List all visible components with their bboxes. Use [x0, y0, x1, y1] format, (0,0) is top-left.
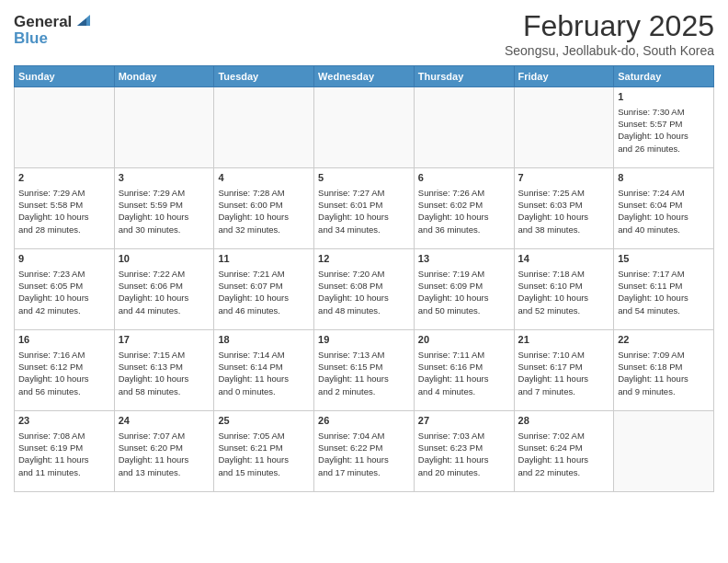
day-info: Sunrise: 7:23 AM Sunset: 6:05 PM Dayligh…	[18, 268, 110, 316]
day-number: 21	[518, 333, 610, 347]
day-info: Sunrise: 7:22 AM Sunset: 6:06 PM Dayligh…	[119, 268, 210, 316]
calendar-day-cell	[614, 411, 714, 492]
day-info: Sunrise: 7:02 AM Sunset: 6:24 PM Dayligh…	[518, 430, 610, 478]
calendar-day-header: Friday	[514, 66, 614, 87]
day-info: Sunrise: 7:19 AM Sunset: 6:09 PM Dayligh…	[418, 268, 510, 316]
day-number: 15	[618, 252, 710, 266]
day-number: 7	[518, 171, 610, 185]
calendar-day-cell: 10Sunrise: 7:22 AM Sunset: 6:06 PM Dayli…	[114, 249, 214, 330]
day-number: 19	[318, 333, 410, 347]
calendar-day-cell: 26Sunrise: 7:04 AM Sunset: 6:22 PM Dayli…	[314, 411, 415, 492]
calendar-day-cell: 3Sunrise: 7:29 AM Sunset: 5:59 PM Daylig…	[114, 168, 214, 249]
day-info: Sunrise: 7:28 AM Sunset: 6:00 PM Dayligh…	[218, 187, 310, 236]
day-info: Sunrise: 7:13 AM Sunset: 6:15 PM Dayligh…	[318, 349, 410, 397]
month-title: February 2025	[505, 9, 714, 43]
day-info: Sunrise: 7:15 AM Sunset: 6:13 PM Dayligh…	[119, 349, 210, 397]
calendar-day-cell: 28Sunrise: 7:02 AM Sunset: 6:24 PM Dayli…	[514, 411, 614, 492]
calendar-day-header: Tuesday	[214, 66, 314, 87]
day-info: Sunrise: 7:20 AM Sunset: 6:08 PM Dayligh…	[318, 268, 410, 316]
day-number: 17	[119, 333, 210, 347]
calendar-day-cell: 21Sunrise: 7:10 AM Sunset: 6:17 PM Dayli…	[514, 330, 614, 411]
day-info: Sunrise: 7:24 AM Sunset: 6:04 PM Dayligh…	[618, 187, 710, 236]
day-info: Sunrise: 7:21 AM Sunset: 6:07 PM Dayligh…	[218, 268, 310, 316]
day-number: 5	[318, 171, 410, 185]
day-number: 24	[119, 414, 210, 428]
calendar-week-row: 1Sunrise: 7:30 AM Sunset: 5:57 PM Daylig…	[15, 87, 714, 168]
day-info: Sunrise: 7:29 AM Sunset: 5:58 PM Dayligh…	[18, 187, 110, 236]
day-number: 11	[218, 252, 310, 266]
day-number: 16	[18, 333, 110, 347]
calendar-day-header: Thursday	[414, 66, 514, 87]
day-number: 18	[218, 333, 310, 347]
calendar-day-cell	[214, 87, 314, 168]
logo-blue-text: Blue	[14, 29, 48, 47]
calendar-day-cell: 6Sunrise: 7:26 AM Sunset: 6:02 PM Daylig…	[414, 168, 514, 249]
day-info: Sunrise: 7:17 AM Sunset: 6:11 PM Dayligh…	[618, 268, 710, 316]
calendar-day-cell: 12Sunrise: 7:20 AM Sunset: 6:08 PM Dayli…	[314, 249, 415, 330]
calendar-day-cell: 20Sunrise: 7:11 AM Sunset: 6:16 PM Dayli…	[414, 330, 514, 411]
calendar-day-cell	[414, 87, 514, 168]
day-info: Sunrise: 7:11 AM Sunset: 6:16 PM Dayligh…	[418, 349, 510, 397]
calendar-day-cell: 24Sunrise: 7:07 AM Sunset: 6:20 PM Dayli…	[114, 411, 214, 492]
calendar-day-cell: 23Sunrise: 7:08 AM Sunset: 6:19 PM Dayli…	[15, 411, 115, 492]
day-number: 20	[418, 333, 510, 347]
page-header: General Blue February 2025 Seongsu, Jeol…	[14, 9, 714, 58]
calendar-day-header: Sunday	[15, 66, 115, 87]
calendar-day-cell: 16Sunrise: 7:16 AM Sunset: 6:12 PM Dayli…	[15, 330, 115, 411]
day-info: Sunrise: 7:26 AM Sunset: 6:02 PM Dayligh…	[418, 187, 510, 236]
calendar-day-cell: 2Sunrise: 7:29 AM Sunset: 5:58 PM Daylig…	[15, 168, 115, 249]
day-info: Sunrise: 7:14 AM Sunset: 6:14 PM Dayligh…	[218, 349, 310, 397]
calendar-day-cell: 19Sunrise: 7:13 AM Sunset: 6:15 PM Dayli…	[314, 330, 415, 411]
calendar-day-cell: 15Sunrise: 7:17 AM Sunset: 6:11 PM Dayli…	[614, 249, 714, 330]
day-info: Sunrise: 7:29 AM Sunset: 5:59 PM Dayligh…	[119, 187, 210, 236]
day-number: 8	[618, 171, 710, 185]
calendar-week-row: 2Sunrise: 7:29 AM Sunset: 5:58 PM Daylig…	[15, 168, 714, 249]
calendar-week-row: 16Sunrise: 7:16 AM Sunset: 6:12 PM Dayli…	[15, 330, 714, 411]
calendar-day-cell	[314, 87, 415, 168]
day-number: 26	[318, 414, 410, 428]
day-info: Sunrise: 7:16 AM Sunset: 6:12 PM Dayligh…	[18, 349, 110, 397]
calendar-day-cell: 27Sunrise: 7:03 AM Sunset: 6:23 PM Dayli…	[414, 411, 514, 492]
day-number: 4	[218, 171, 310, 185]
calendar-day-cell: 11Sunrise: 7:21 AM Sunset: 6:07 PM Dayli…	[214, 249, 314, 330]
day-info: Sunrise: 7:04 AM Sunset: 6:22 PM Dayligh…	[318, 430, 410, 478]
location-text: Seongsu, Jeollabuk-do, South Korea	[505, 43, 714, 58]
logo-general-text: General	[14, 13, 72, 31]
calendar-week-row: 23Sunrise: 7:08 AM Sunset: 6:19 PM Dayli…	[15, 411, 714, 492]
calendar-day-cell: 5Sunrise: 7:27 AM Sunset: 6:01 PM Daylig…	[314, 168, 415, 249]
day-number: 3	[119, 171, 210, 185]
day-info: Sunrise: 7:03 AM Sunset: 6:23 PM Dayligh…	[418, 430, 510, 478]
calendar-day-header: Monday	[114, 66, 214, 87]
day-info: Sunrise: 7:30 AM Sunset: 5:57 PM Dayligh…	[618, 106, 710, 155]
day-number: 23	[18, 414, 110, 428]
logo-icon	[74, 13, 90, 29]
calendar-day-cell: 4Sunrise: 7:28 AM Sunset: 6:00 PM Daylig…	[214, 168, 314, 249]
day-info: Sunrise: 7:05 AM Sunset: 6:21 PM Dayligh…	[218, 430, 310, 478]
day-info: Sunrise: 7:18 AM Sunset: 6:10 PM Dayligh…	[518, 268, 610, 316]
calendar-day-cell	[114, 87, 214, 168]
calendar-week-row: 9Sunrise: 7:23 AM Sunset: 6:05 PM Daylig…	[15, 249, 714, 330]
day-number: 1	[618, 90, 710, 104]
logo: General Blue	[14, 9, 90, 48]
calendar-day-cell: 13Sunrise: 7:19 AM Sunset: 6:09 PM Dayli…	[414, 249, 514, 330]
calendar-day-cell: 9Sunrise: 7:23 AM Sunset: 6:05 PM Daylig…	[15, 249, 115, 330]
day-number: 12	[318, 252, 410, 266]
day-info: Sunrise: 7:07 AM Sunset: 6:20 PM Dayligh…	[119, 430, 210, 478]
day-number: 10	[119, 252, 210, 266]
calendar-header-row: SundayMondayTuesdayWednesdayThursdayFrid…	[15, 66, 714, 87]
day-number: 6	[418, 171, 510, 185]
day-info: Sunrise: 7:08 AM Sunset: 6:19 PM Dayligh…	[18, 430, 110, 478]
calendar-day-cell: 8Sunrise: 7:24 AM Sunset: 6:04 PM Daylig…	[614, 168, 714, 249]
day-info: Sunrise: 7:09 AM Sunset: 6:18 PM Dayligh…	[618, 349, 710, 397]
day-info: Sunrise: 7:25 AM Sunset: 6:03 PM Dayligh…	[518, 187, 610, 236]
day-number: 9	[18, 252, 110, 266]
day-number: 22	[618, 333, 710, 347]
calendar-day-cell: 17Sunrise: 7:15 AM Sunset: 6:13 PM Dayli…	[114, 330, 214, 411]
day-number: 2	[18, 171, 110, 185]
day-info: Sunrise: 7:27 AM Sunset: 6:01 PM Dayligh…	[318, 187, 410, 236]
calendar-day-cell	[15, 87, 115, 168]
day-number: 28	[518, 414, 610, 428]
day-number: 14	[518, 252, 610, 266]
calendar-day-cell: 1Sunrise: 7:30 AM Sunset: 5:57 PM Daylig…	[614, 87, 714, 168]
calendar-table: SundayMondayTuesdayWednesdayThursdayFrid…	[14, 65, 714, 492]
